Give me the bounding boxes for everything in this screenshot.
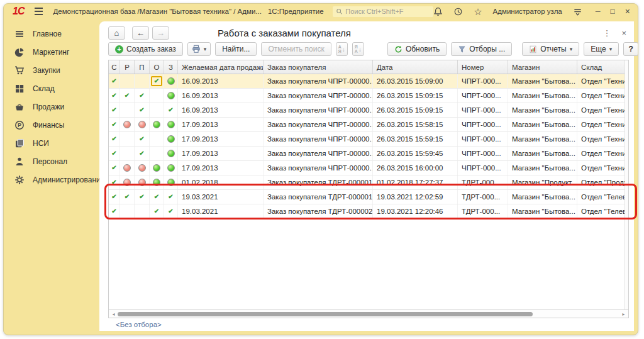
sort-descending-button[interactable]: ЯА ↓ bbox=[352, 42, 364, 56]
cell-status-s[interactable]: ✔ bbox=[109, 89, 120, 103]
cell-status-o[interactable] bbox=[150, 175, 164, 189]
cell-status-r[interactable] bbox=[120, 74, 135, 88]
cell-number[interactable]: ЧПРТ-000... bbox=[458, 74, 508, 88]
cell-warehouse[interactable]: Отдел "Телевизо bbox=[577, 190, 625, 204]
cell-store[interactable]: Магазин "Бытова... bbox=[508, 89, 577, 103]
cell-status-o[interactable] bbox=[150, 89, 164, 103]
cell-wish-date[interactable]: 16.09.2013 bbox=[178, 74, 264, 88]
cell-status-p[interactable] bbox=[135, 204, 150, 218]
cell-status-z[interactable]: ✔ bbox=[164, 190, 178, 204]
cell-status-z[interactable] bbox=[164, 161, 178, 175]
vertical-scrollbar[interactable] bbox=[625, 60, 628, 309]
cell-number[interactable]: ЧПРТ-000... bbox=[458, 89, 508, 103]
column-header[interactable]: Желаемая дата продажи bbox=[178, 60, 264, 74]
cell-wish-date[interactable]: 01.02.2018 bbox=[178, 175, 264, 189]
cell-wish-date[interactable]: 19.03.2021 bbox=[178, 190, 264, 204]
cell-date[interactable]: 26.03.2015 15:09:00 bbox=[373, 74, 458, 88]
cell-date[interactable]: 26.03.2015 15:59:15 bbox=[373, 132, 458, 146]
find-button[interactable]: Найти... bbox=[215, 42, 257, 56]
cell-status-s[interactable]: ✔ bbox=[109, 147, 120, 160]
cell-status-s[interactable]: ✔ bbox=[109, 118, 120, 131]
cell-wish-date[interactable]: 17.09.2013 bbox=[178, 147, 264, 160]
more-button[interactable]: Еще ▾ bbox=[584, 42, 619, 56]
cell-order[interactable]: Заказ покупателя ТДРТ-000002... bbox=[264, 204, 373, 218]
cell-status-o[interactable] bbox=[150, 161, 164, 175]
table-row[interactable]: ✔✔✔16.09.2013Заказ покупателя ЧПРТ-00000… bbox=[109, 103, 628, 118]
cell-status-z[interactable] bbox=[164, 175, 178, 189]
sidebar-item-home[interactable]: Главное bbox=[4, 25, 99, 43]
cell-number[interactable]: ЧПРТ-000... bbox=[458, 132, 508, 146]
cell-order[interactable]: Заказ покупателя ЧПРТ-00000... bbox=[264, 118, 373, 131]
cell-status-r[interactable] bbox=[120, 132, 135, 146]
create-order-button[interactable]: + Создать заказ bbox=[108, 42, 183, 56]
cell-status-p[interactable]: ✔ bbox=[135, 103, 150, 117]
cell-warehouse[interactable]: Отдел "Продукты bbox=[577, 175, 625, 189]
cell-status-p[interactable] bbox=[135, 74, 150, 88]
print-button[interactable]: ▾ bbox=[187, 42, 211, 56]
column-header[interactable]: О bbox=[150, 60, 164, 74]
cell-store[interactable]: Магазин "Бытова... bbox=[508, 147, 577, 160]
cell-status-s[interactable]: ✔ bbox=[109, 204, 120, 218]
table-row[interactable]: ✔✔✔✔✔19.03.2021Заказ покупателя ТДРТ-000… bbox=[109, 190, 628, 204]
cell-status-p[interactable]: ✔ bbox=[135, 190, 150, 204]
form-kebab-menu-icon[interactable]: ⋮ bbox=[602, 29, 611, 37]
cell-status-p[interactable] bbox=[135, 118, 150, 131]
cell-number[interactable]: ТДРТ-000... bbox=[458, 175, 508, 189]
cell-status-z[interactable] bbox=[164, 118, 178, 131]
sidebar-item-purchases[interactable]: Закупки bbox=[4, 61, 99, 79]
cell-store[interactable]: Магазин "Бытова... bbox=[508, 161, 577, 175]
cell-date[interactable]: 26.03.2015 16:00:00 bbox=[373, 161, 458, 175]
cell-order[interactable]: Заказ покупателя ЧПРТ-00000... bbox=[264, 147, 373, 160]
scroll-right-icon[interactable]: ▸ bbox=[621, 311, 626, 317]
cell-store[interactable]: Магазин "Бытова... bbox=[508, 74, 577, 88]
cell-order[interactable]: Заказ покупателя ЧПРТ-00000... bbox=[264, 89, 373, 103]
cell-store[interactable]: Магазин "Бытова... bbox=[508, 190, 577, 204]
cell-status-s[interactable]: ✔ bbox=[109, 132, 120, 146]
column-header[interactable]: Заказ покупателя bbox=[264, 60, 373, 74]
help-button[interactable]: ? bbox=[623, 42, 638, 56]
sidebar-item-marketing[interactable]: Маркетинг bbox=[4, 43, 99, 61]
cell-date[interactable]: 26.03.2015 15:09:15 bbox=[373, 89, 458, 103]
cell-status-o[interactable] bbox=[150, 147, 164, 160]
cell-number[interactable]: ТДРТ-000... bbox=[458, 190, 508, 204]
cell-status-r[interactable] bbox=[120, 204, 135, 218]
cell-status-p[interactable]: ✔ bbox=[135, 147, 150, 160]
filter-status-link[interactable]: <Без отбора> bbox=[116, 321, 162, 328]
cell-status-z[interactable] bbox=[164, 74, 178, 88]
cell-number[interactable]: ЧПРТ-000... bbox=[458, 161, 508, 175]
sidebar-item-admin[interactable]: Администрирование bbox=[4, 170, 99, 189]
home-button[interactable]: ⌂ bbox=[108, 26, 125, 40]
cell-order[interactable]: Заказ покупателя ЧПРТ-00000... bbox=[264, 161, 373, 175]
column-header[interactable]: Дата bbox=[373, 60, 458, 74]
horizontal-scrollbar[interactable]: ◂ ▸ bbox=[109, 309, 628, 318]
cell-status-r[interactable] bbox=[120, 118, 135, 131]
cell-status-z[interactable]: ✔ bbox=[164, 103, 178, 117]
cell-wish-date[interactable]: 16.09.2013 bbox=[178, 89, 264, 103]
cell-status-r[interactable] bbox=[120, 175, 135, 189]
cell-date[interactable]: 19.03.2021 12:02:59 bbox=[373, 190, 458, 204]
cell-status-o[interactable]: ✔ bbox=[150, 190, 164, 204]
cell-status-s[interactable]: ✔ bbox=[109, 161, 120, 175]
form-close-icon[interactable]: × bbox=[621, 29, 626, 37]
cell-status-s[interactable]: ✔ bbox=[109, 103, 120, 117]
cell-status-p[interactable]: ✔ bbox=[135, 89, 150, 103]
cell-status-z[interactable]: ✔ bbox=[164, 204, 178, 218]
scroll-left-icon[interactable]: ◂ bbox=[111, 311, 116, 317]
cell-status-o[interactable] bbox=[150, 118, 164, 131]
cell-warehouse[interactable]: Отдел "Техника д bbox=[577, 161, 625, 175]
column-header[interactable]: Номер bbox=[458, 60, 508, 74]
cell-status-o[interactable] bbox=[150, 103, 164, 117]
table-row[interactable]: ✔17.09.2013Заказ покупателя ЧПРТ-00000..… bbox=[109, 161, 628, 175]
cancel-search-button[interactable]: Отменить поиск bbox=[261, 42, 331, 56]
cell-status-s[interactable]: ✔ bbox=[109, 175, 120, 189]
cell-order[interactable]: Заказ покупателя ЧПРТ-00000... bbox=[264, 132, 373, 146]
cell-status-r[interactable] bbox=[120, 161, 135, 175]
sidebar-item-nsi[interactable]: НСИ bbox=[4, 134, 99, 152]
cell-number[interactable]: ЧПРТ-000... bbox=[458, 118, 508, 131]
sidebar-item-finance[interactable]: РФинансы bbox=[4, 116, 99, 134]
cell-wish-date[interactable]: 17.09.2013 bbox=[178, 161, 264, 175]
cell-wish-date[interactable]: 17.09.2013 bbox=[178, 132, 264, 146]
table-row[interactable]: ✔✔✔19.03.2021Заказ покупателя ТДРТ-00000… bbox=[109, 204, 628, 219]
cell-store[interactable]: Магазин "Бытова... bbox=[508, 132, 577, 146]
sidebar-item-staff[interactable]: Персонал bbox=[4, 152, 99, 170]
